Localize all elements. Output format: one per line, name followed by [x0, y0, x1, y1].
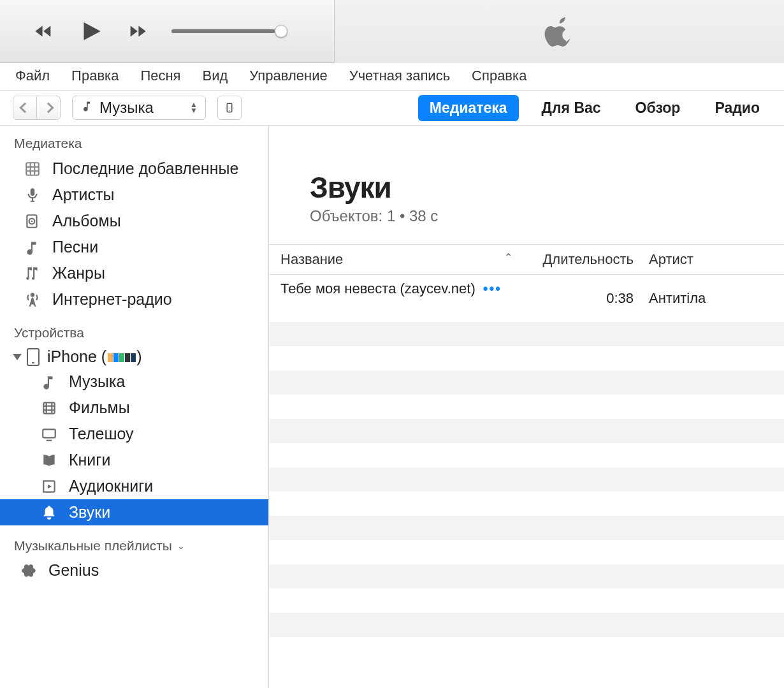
- previous-track-button[interactable]: [29, 17, 58, 46]
- device-item-books[interactable]: Книги: [0, 447, 268, 473]
- sidebar-head-playlists[interactable]: Музыкальные плейлисты ⌄: [0, 525, 268, 557]
- sidebar-head-library: Медиатека: [0, 133, 268, 156]
- toolbar: Музыка ▲▼ Медиатека Для Вас Обзор Радио: [0, 90, 784, 126]
- sidebar-item-label: Книги: [69, 451, 110, 469]
- next-track-button[interactable]: [123, 17, 152, 46]
- sidebar-item-songs[interactable]: Песни: [0, 234, 268, 260]
- menu-edit[interactable]: Правка: [71, 68, 119, 84]
- track-duration: 0:38: [526, 275, 641, 323]
- table-row: [269, 443, 784, 467]
- tracks-table: Название ⌃ Длительность Артист Тебе моя …: [269, 244, 784, 637]
- sidebar-item-albums[interactable]: Альбомы: [0, 208, 268, 234]
- music-note-icon: [40, 374, 59, 390]
- film-icon: [40, 400, 59, 416]
- content-area: Звуки Объектов: 1 • 38 с Название ⌃ Длит…: [269, 126, 784, 688]
- table-row: [269, 419, 784, 443]
- tab-library[interactable]: Медиатека: [418, 95, 519, 121]
- device-item-movies[interactable]: Фильмы: [0, 395, 268, 421]
- sidebar-item-label: Genius: [48, 561, 99, 580]
- battery-icon: [108, 353, 136, 362]
- device-item-tvshows[interactable]: Телешоу: [0, 421, 268, 447]
- table-row: [269, 516, 784, 540]
- device-item-audiobooks[interactable]: Аудиокниги: [0, 473, 268, 499]
- player-bar: [0, 0, 784, 63]
- sidebar-item-internet-radio[interactable]: Интернет-радио: [0, 286, 268, 312]
- table-row: [269, 346, 784, 370]
- sidebar-item-label: Аудиокниги: [69, 477, 153, 495]
- music-note-icon: [80, 99, 93, 117]
- device-button[interactable]: [217, 96, 242, 120]
- sidebar-item-label: Музыка: [69, 372, 125, 391]
- svg-point-21: [27, 569, 29, 571]
- table-row[interactable]: Тебе моя невеста (zaycev.net) ••• ↖ 0:38…: [269, 275, 784, 323]
- device-item-tones[interactable]: Звуки: [0, 499, 268, 525]
- device-name: iPhone (): [47, 348, 142, 366]
- svg-rect-15: [43, 429, 55, 437]
- bell-icon: [40, 504, 59, 521]
- sidebar-item-label: Телешоу: [69, 425, 134, 443]
- table-row: [269, 564, 784, 589]
- column-title[interactable]: Название ⌃: [269, 245, 526, 275]
- tv-icon: [40, 426, 59, 443]
- radio-tower-icon: [23, 291, 42, 308]
- genres-icon: [23, 265, 42, 282]
- tab-radio[interactable]: Радио: [703, 95, 771, 121]
- play-button[interactable]: [76, 17, 105, 46]
- svg-point-1: [229, 110, 230, 112]
- forward-button[interactable]: [36, 96, 61, 120]
- playlist-genius[interactable]: Genius: [0, 557, 268, 583]
- menu-view[interactable]: Вид: [203, 68, 228, 84]
- sort-ascending-icon: ⌃: [504, 251, 512, 263]
- sidebar-item-label: Артисты: [52, 186, 114, 204]
- more-actions-button[interactable]: •••: [483, 281, 502, 296]
- sidebar-item-label: Фильмы: [69, 399, 130, 417]
- table-row: [269, 492, 784, 516]
- atom-icon: [19, 562, 38, 579]
- svg-point-9: [31, 220, 33, 222]
- microphone-icon: [23, 187, 42, 203]
- grid-icon: [23, 161, 42, 177]
- svg-rect-10: [43, 402, 54, 413]
- device-item-music[interactable]: Музыка: [0, 369, 268, 395]
- svg-rect-2: [26, 163, 39, 175]
- menu-account[interactable]: Учетная запись: [349, 68, 450, 84]
- volume-slider[interactable]: [171, 29, 280, 33]
- menu-controls[interactable]: Управление: [249, 68, 327, 84]
- svg-marker-17: [48, 484, 52, 488]
- menu-song[interactable]: Песня: [140, 68, 180, 84]
- sidebar-item-label: Альбомы: [52, 212, 121, 230]
- sidebar-item-artists[interactable]: Артисты: [0, 182, 268, 208]
- book-icon: [40, 452, 59, 469]
- menu-file[interactable]: Файл: [15, 68, 50, 84]
- table-row: [269, 540, 784, 564]
- back-button[interactable]: [13, 96, 37, 120]
- tab-browse[interactable]: Обзор: [624, 95, 692, 121]
- tab-for-you[interactable]: Для Вас: [530, 95, 613, 121]
- page-subtitle: Объектов: 1 • 38 с: [310, 207, 784, 225]
- column-duration[interactable]: Длительность: [526, 245, 641, 275]
- apple-logo-icon: [544, 16, 575, 47]
- sidebar: Медиатека Последние добавленные Артисты …: [0, 126, 269, 688]
- device-row[interactable]: iPhone (): [0, 345, 268, 369]
- sidebar-item-label: Интернет-радио: [52, 290, 172, 309]
- disclosure-triangle-icon: [13, 354, 22, 360]
- sidebar-head-devices: Устройства: [0, 323, 268, 345]
- audiobook-icon: [40, 478, 59, 495]
- now-playing-display: [334, 0, 784, 63]
- chevron-down-icon: ⌄: [177, 541, 185, 551]
- table-row: [269, 395, 784, 419]
- column-artist[interactable]: Артист: [641, 245, 784, 275]
- media-category-select[interactable]: Музыка ▲▼: [72, 96, 206, 120]
- phone-icon: [27, 348, 40, 366]
- sidebar-item-label: Песни: [52, 238, 98, 256]
- menu-help[interactable]: Справка: [472, 68, 526, 84]
- track-title: Тебе моя невеста (zaycev.net): [280, 281, 475, 296]
- sidebar-item-recent[interactable]: Последние добавленные: [0, 156, 268, 182]
- music-note-icon: [23, 239, 42, 256]
- media-category-label: Музыка: [99, 99, 154, 117]
- page-title: Звуки: [310, 170, 784, 205]
- track-artist: Антитіла: [641, 275, 784, 323]
- sidebar-item-genres[interactable]: Жанры: [0, 260, 268, 286]
- table-row: [269, 613, 784, 637]
- menu-bar: Файл Правка Песня Вид Управление Учетная…: [0, 63, 784, 90]
